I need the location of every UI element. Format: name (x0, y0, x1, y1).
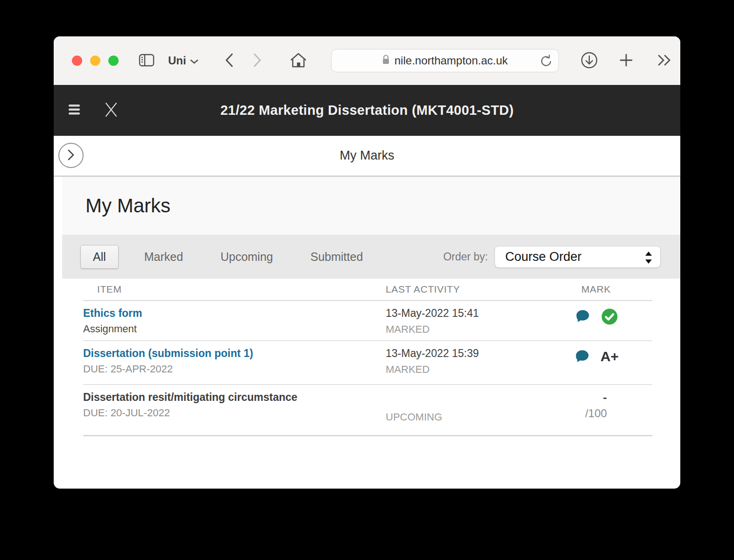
plus-icon (619, 53, 634, 69)
address-bar[interactable]: nile.northampton.ac.uk (331, 49, 559, 72)
grade-value: - (585, 392, 607, 402)
tab-group-menu[interactable]: Uni (168, 54, 198, 67)
forward-button[interactable] (253, 53, 262, 69)
tab-marked[interactable]: Marked (144, 250, 183, 264)
order-by-select[interactable]: Course Order (494, 246, 661, 268)
show-more-toolbar-button[interactable] (656, 54, 673, 68)
column-header-item: ITEM (83, 284, 386, 295)
browser-toolbar: Uni nile.northam (54, 36, 680, 85)
page-title: My Marks (85, 195, 170, 217)
panel-title: My Marks (54, 148, 680, 163)
double-chevron-icon (656, 54, 673, 68)
order-by-group: Order by: Course Order (443, 246, 661, 268)
tab-submitted[interactable]: Submitted (311, 250, 363, 264)
new-tab-button[interactable] (619, 53, 634, 69)
grade-pending: - /100 (585, 392, 607, 420)
status-label: MARKED (386, 323, 540, 336)
last-activity: 13-May-2022 15:41 (386, 307, 540, 320)
browser-window: Uni nile.northam (54, 36, 680, 489)
sidebar-toggle-button[interactable] (138, 53, 155, 69)
table-row: Dissertation resit/mitigating circumstan… (83, 385, 652, 436)
chevron-left-icon (225, 53, 234, 69)
home-icon (289, 52, 308, 70)
page-heading-area: My Marks (62, 177, 680, 235)
filter-bar: All Marked Upcoming Submitted Order by: … (62, 235, 680, 279)
chevron-down-icon (190, 54, 198, 67)
status-label: MARKED (386, 364, 540, 376)
back-button[interactable] (225, 53, 234, 69)
select-arrows-icon (644, 251, 653, 265)
close-window-button[interactable] (72, 56, 82, 66)
tab-upcoming[interactable]: Upcoming (220, 250, 273, 264)
course-header: 21/22 Marketing Dissertation (MKT4001-ST… (54, 85, 680, 136)
course-title: 21/22 Marketing Dissertation (MKT4001-ST… (54, 103, 680, 118)
grade-value: A+ (600, 348, 619, 365)
order-by-value: Course Order (505, 250, 582, 264)
feedback-bubble-icon[interactable] (573, 348, 591, 367)
column-header-last-activity: LAST ACTIVITY (386, 284, 540, 295)
tab-all[interactable]: All (80, 245, 119, 269)
window-controls (72, 56, 119, 66)
item-subtitle: Assignment (83, 323, 386, 335)
table-header-row: ITEM LAST ACTIVITY MARK (83, 279, 652, 301)
last-activity: 13-May-2022 15:39 (386, 347, 540, 360)
grade-denominator: /100 (585, 407, 607, 420)
downloads-button[interactable] (580, 51, 598, 70)
order-by-label: Order by: (443, 251, 488, 263)
home-button[interactable] (289, 52, 308, 70)
marked-check-icon (601, 308, 618, 327)
item-title: Dissertation resit/mitigating circumstan… (83, 391, 386, 404)
column-header-mark: MARK (540, 284, 652, 295)
url-text: nile.northampton.ac.uk (395, 54, 508, 67)
table-row: Dissertation (submission point 1) DUE: 2… (83, 341, 652, 385)
item-subtitle: DUE: 25-APR-2022 (83, 363, 386, 375)
minimize-window-button[interactable] (90, 56, 100, 66)
panel-title-bar: My Marks (54, 136, 680, 177)
lock-icon[interactable] (382, 54, 390, 67)
my-marks-content: My Marks All Marked Upcoming Submitted O… (62, 177, 680, 436)
tab-group-label: Uni (168, 54, 186, 67)
item-subtitle: DUE: 20-JUL-2022 (83, 407, 386, 419)
chevron-right-icon (253, 53, 262, 69)
marks-table: ITEM LAST ACTIVITY MARK Ethics form Assi… (62, 279, 680, 436)
item-link[interactable]: Dissertation (submission point 1) (83, 347, 253, 360)
feedback-bubble-icon[interactable] (574, 308, 592, 327)
reload-button[interactable] (540, 54, 553, 70)
reload-icon (540, 54, 553, 70)
table-row: Ethics form Assignment 13-May-2022 15:41… (83, 301, 652, 341)
zoom-window-button[interactable] (108, 56, 119, 66)
sidebar-icon (138, 53, 155, 69)
download-icon (580, 51, 598, 70)
item-link[interactable]: Ethics form (83, 307, 142, 320)
status-label: UPCOMING (386, 395, 540, 423)
